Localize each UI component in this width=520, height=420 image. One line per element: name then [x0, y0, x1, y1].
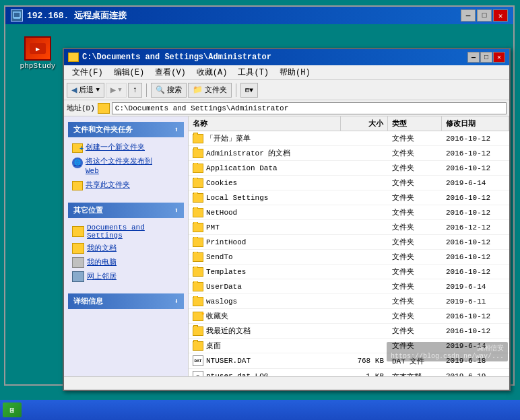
watermark-line2: https://blog.csdn.ne/way/...	[391, 353, 504, 360]
starred-folder-icon: ★	[193, 312, 203, 321]
table-row[interactable]: UserData 文件夹 2019-6-14	[189, 279, 509, 294]
table-row[interactable]: waslogs 文件夹 2019-6-11	[189, 294, 509, 309]
place-documents-settings[interactable]: Documents andSettings	[72, 223, 180, 240]
address-label: 地址(D)	[67, 103, 95, 113]
file-type-cell: 文件夹	[388, 133, 442, 144]
col-header-type[interactable]: 类型	[388, 116, 442, 131]
create-folder-link[interactable]: + 创建一个新文件夹	[72, 143, 180, 153]
details-section: 详细信息 ⬇	[68, 293, 184, 309]
publish-folder-link[interactable]: 🌐 将这个文件夹发布到Web	[72, 157, 180, 176]
file-name-cell: Administrator 的文档	[189, 147, 341, 159]
file-name-text: Cookies	[206, 179, 237, 187]
svg-text:▶: ▶	[36, 46, 40, 53]
explorer-minimize-button[interactable]: —	[467, 52, 480, 63]
search-icon: 🔍	[156, 85, 165, 94]
table-row[interactable]: Cookies 文件夹 2019-6-14	[189, 176, 509, 190]
address-folder-icon	[98, 103, 110, 114]
file-name-cell: PrintHood	[189, 237, 341, 248]
folder-icon	[193, 208, 203, 217]
file-name-text: Templates	[206, 268, 246, 276]
file-name-cell: PMT	[189, 222, 341, 233]
file-name-cell: Local Settings	[189, 193, 341, 203]
explorer-close-button[interactable]: ✕	[493, 52, 505, 63]
file-name-cell: UserData	[189, 281, 341, 292]
folder-icon	[193, 223, 203, 232]
place-my-documents[interactable]: 我的文档	[72, 243, 180, 254]
file-type-cell: 文件夹	[388, 310, 442, 322]
file-size-cell	[341, 197, 388, 199]
tasks-section-header[interactable]: 文件和文件夹任务 ⬆	[68, 122, 184, 137]
file-size-cell	[341, 182, 388, 184]
rdp-maximize-button[interactable]: □	[477, 9, 492, 22]
table-row[interactable]: NetHood 文件夹 2016-10-12	[189, 205, 509, 220]
table-row[interactable]: Application Data 文件夹 2016-10-12	[189, 161, 509, 176]
start-button[interactable]: ⊞	[3, 403, 22, 417]
file-date-cell: 2019-6-14	[442, 282, 509, 291]
place-my-computer[interactable]: 我的电脑	[72, 257, 180, 268]
publish-folder-icon: 🌐	[72, 158, 83, 168]
menu-edit[interactable]: 编辑(E)	[108, 65, 150, 79]
menu-file[interactable]: 文件(F)	[67, 65, 108, 79]
views-icon: ⊞▼	[245, 86, 253, 94]
menu-view[interactable]: 查看(V)	[150, 65, 191, 79]
table-row[interactable]: Local Settings 文件夹 2016-10-12	[189, 190, 509, 205]
rdp-title-icon	[11, 9, 23, 22]
rdp-minimize-button[interactable]: —	[461, 9, 476, 22]
phpstudy-icon-label: phpStudy	[20, 62, 56, 70]
file-date-cell: 2016-10-12	[442, 267, 509, 277]
table-row[interactable]: 「开始」菜单 文件夹 2016-10-12	[189, 131, 509, 146]
file-size-cell	[341, 256, 388, 258]
table-row[interactable]: PrintHood 文件夹 2016-10-12	[189, 235, 509, 250]
file-size-cell	[341, 271, 388, 273]
folder-icon	[193, 149, 203, 158]
details-section-header[interactable]: 详细信息 ⬇	[68, 293, 184, 309]
rdp-close-button[interactable]: ✕	[493, 9, 508, 22]
table-row[interactable]: SendTo 文件夹 2016-10-12	[189, 250, 509, 265]
places-section-title: 其它位置	[73, 205, 103, 215]
folder-icon	[193, 164, 203, 173]
table-row[interactable]: 我最近的文档 文件夹 2016-10-12	[189, 324, 509, 339]
up-button[interactable]: ↑	[128, 83, 142, 98]
places-section-header[interactable]: 其它位置 ⬆	[68, 203, 184, 218]
file-size-cell	[341, 330, 388, 332]
place-network[interactable]: 网上邻居	[72, 271, 180, 282]
views-button[interactable]: ⊞▼	[240, 83, 258, 98]
file-date-cell: 2016-10-12	[442, 252, 509, 262]
file-type-cell: 文件夹	[388, 162, 442, 174]
search-label: 搜索	[167, 85, 182, 95]
col-header-size[interactable]: 大小	[341, 116, 388, 131]
table-row[interactable]: PMT 文件夹 2016-12-12	[189, 220, 509, 235]
menu-tools[interactable]: 工具(T)	[232, 65, 274, 79]
file-size-cell	[341, 212, 388, 213]
table-row[interactable]: ★ 收藏夹 文件夹 2016-10-12	[189, 309, 509, 324]
file-date-cell: 2016-12-12	[442, 223, 509, 232]
file-name-cell: Templates	[189, 267, 341, 277]
explorer-maximize-button[interactable]: □	[480, 52, 492, 63]
table-row[interactable]: Templates 文件夹 2016-10-12	[189, 265, 509, 279]
file-size-cell	[341, 316, 388, 317]
col-header-name[interactable]: 名称	[189, 116, 341, 131]
phpstudy-icon[interactable]: ▶ phpStudy	[18, 36, 58, 70]
left-panel: 文件和文件夹任务 ⬆ + 创建一个新文件夹	[64, 116, 189, 390]
share-folder-link[interactable]: 共享此文件夹	[72, 180, 180, 190]
rdp-title: 192.168. 远程桌面连接	[27, 9, 127, 22]
back-button[interactable]: ◀ 后退 ▼	[67, 83, 104, 98]
file-name-cell: 我最近的文档	[189, 325, 341, 337]
toolbar: ◀ 后退 ▼ ▶ ▼ ↑ 🔍 搜索	[64, 80, 509, 100]
file-name-text: Local Settings	[206, 194, 268, 202]
menu-help[interactable]: 帮助(H)	[274, 65, 316, 79]
svg-rect-0	[13, 12, 20, 18]
menu-favorites[interactable]: 收藏(A)	[191, 65, 233, 79]
file-name-text: NTUSER.DAT	[206, 357, 251, 365]
dat-file-icon: DAT	[193, 355, 203, 366]
address-input[interactable]	[112, 102, 507, 114]
forward-button[interactable]: ▶ ▼	[106, 83, 127, 98]
col-header-date[interactable]: 修改日期	[442, 116, 509, 131]
file-date-cell: 2016-10-12	[442, 149, 509, 158]
file-size-cell	[341, 227, 388, 228]
file-type-cell: 文件夹	[388, 251, 442, 262]
folders-button[interactable]: 📁 文件夹	[188, 83, 232, 98]
file-name-cell: 桌面	[189, 340, 341, 351]
search-button[interactable]: 🔍 搜索	[151, 83, 187, 98]
table-row[interactable]: Administrator 的文档 文件夹 2016-10-12	[189, 146, 509, 161]
